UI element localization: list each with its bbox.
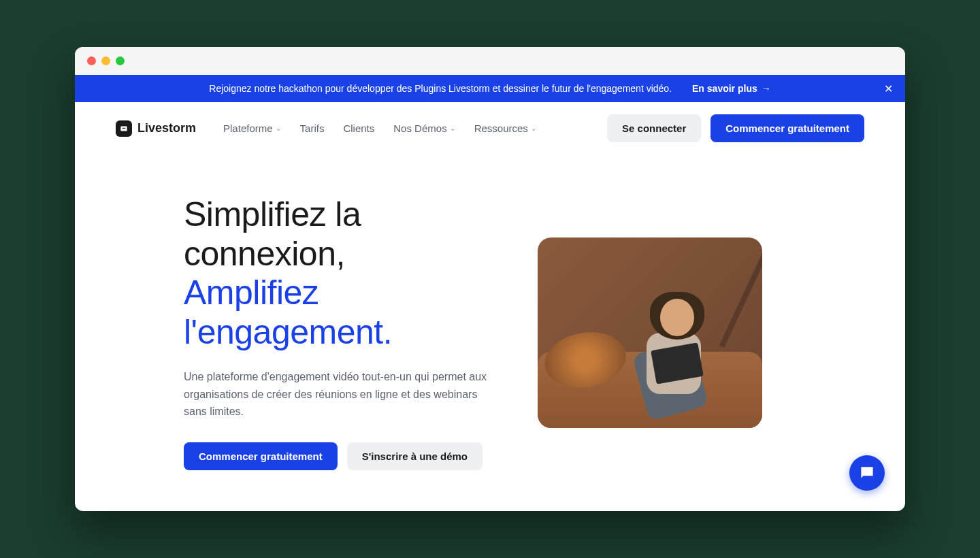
window-close-icon[interactable] <box>87 56 96 65</box>
window-maximize-icon[interactable] <box>116 56 125 65</box>
nav-item-ressources[interactable]: Ressources ⌄ <box>474 122 536 134</box>
hero-title: Simplifiez la connexion, Amplifiez l'eng… <box>184 195 497 352</box>
hero-section: Simplifiez la connexion, Amplifiez l'eng… <box>75 154 905 511</box>
nav-item-plateforme[interactable]: Plateforme ⌄ <box>223 122 281 134</box>
hero-primary-cta[interactable]: Commencer gratuitement <box>184 442 338 470</box>
hero-ctas: Commencer gratuitement S'inscrire à une … <box>184 442 497 470</box>
svg-rect-1 <box>122 127 126 128</box>
nav-item-clients[interactable]: Clients <box>343 122 374 134</box>
logo-mark-icon <box>116 120 132 137</box>
nav-actions: Se connecter Commencer gratuitement <box>607 114 864 142</box>
nav-links: Plateforme ⌄ Tarifs Clients Nos Démos ⌄ … <box>223 122 536 134</box>
hero-title-line1: Simplifiez la connexion, <box>184 195 361 273</box>
hero-subtitle: Une plateforme d'engagement vidéo tout-e… <box>184 368 497 421</box>
hero-title-line2: Amplifiez l'engagement. <box>184 274 392 351</box>
hero-secondary-cta[interactable]: S'inscrire à une démo <box>347 442 483 470</box>
arrow-right-icon: → <box>762 83 771 94</box>
login-button[interactable]: Se connecter <box>607 114 701 142</box>
chat-icon <box>858 464 876 482</box>
navbar: Livestorm Plateforme ⌄ Tarifs Clients No… <box>75 102 905 154</box>
brand-name: Livestorm <box>137 121 196 135</box>
signup-button[interactable]: Commencer gratuitement <box>710 114 864 142</box>
page-content: Rejoignez notre hackathon pour développe… <box>75 75 905 511</box>
chevron-down-icon: ⌄ <box>531 125 536 132</box>
announcement-link[interactable]: En savoir plus → <box>692 83 771 94</box>
announcement-text: Rejoignez notre hackathon pour développe… <box>209 83 672 94</box>
nav-item-demos[interactable]: Nos Démos ⌄ <box>393 122 455 134</box>
browser-chrome <box>75 47 905 75</box>
chevron-down-icon: ⌄ <box>450 125 455 132</box>
brand-logo[interactable]: Livestorm <box>116 120 196 137</box>
hero-image <box>538 237 762 428</box>
chevron-down-icon: ⌄ <box>276 125 281 132</box>
close-icon[interactable]: ✕ <box>884 82 893 95</box>
browser-window: Rejoignez notre hackathon pour développe… <box>75 47 905 511</box>
nav-item-tarifs[interactable]: Tarifs <box>300 122 325 134</box>
hero-text: Simplifiez la connexion, Amplifiez l'eng… <box>184 195 497 470</box>
window-minimize-icon[interactable] <box>101 56 110 65</box>
chat-widget-button[interactable] <box>849 455 885 491</box>
announcement-bar: Rejoignez notre hackathon pour développe… <box>75 75 905 102</box>
announcement-link-label: En savoir plus <box>692 83 757 94</box>
